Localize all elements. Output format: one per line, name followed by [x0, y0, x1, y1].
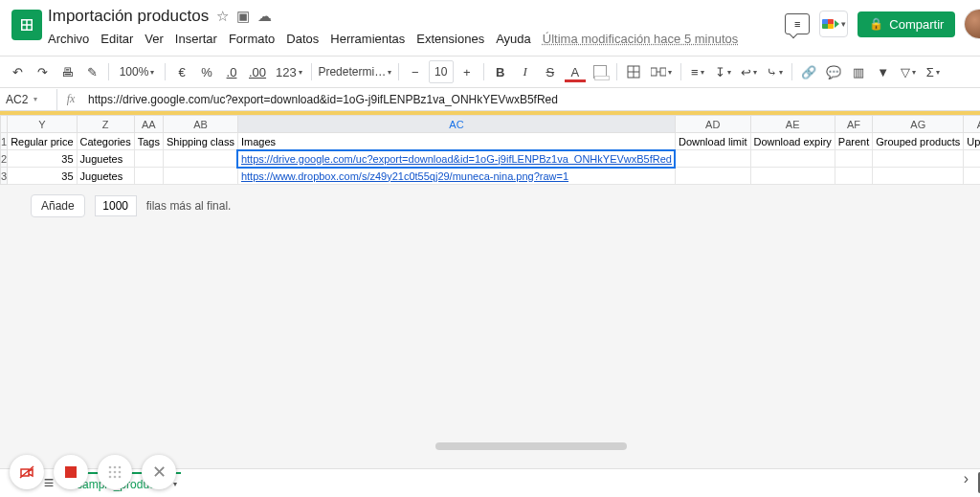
header-cell[interactable]: Regular price: [8, 133, 77, 150]
percent-button[interactable]: %: [195, 60, 218, 83]
share-button[interactable]: 🔒Compartir: [858, 11, 955, 37]
document-title[interactable]: Importación productos: [48, 7, 209, 26]
redo-icon[interactable]: ↷: [31, 60, 54, 83]
header-cell[interactable]: Parent: [835, 133, 872, 150]
cell[interactable]: [964, 168, 980, 185]
strike-button[interactable]: S: [539, 60, 562, 83]
collapse-panel-icon[interactable]: ›: [964, 470, 969, 487]
menu-ayuda[interactable]: Ayuda: [496, 32, 531, 46]
functions-button[interactable]: Σ▾: [922, 60, 945, 83]
col-head-AF[interactable]: AF: [835, 116, 872, 133]
paint-format-icon[interactable]: ✎: [80, 60, 103, 83]
comment-button[interactable]: 💬: [822, 60, 845, 83]
font-select[interactable]: Predetermi…▾: [317, 60, 393, 83]
currency-button[interactable]: €: [170, 60, 193, 83]
cell[interactable]: [964, 150, 980, 168]
undo-icon[interactable]: ↶: [6, 60, 29, 83]
cell[interactable]: [675, 168, 750, 185]
cell[interactable]: [164, 168, 238, 185]
row-head-3[interactable]: 3: [1, 168, 8, 185]
cell[interactable]: [134, 150, 163, 168]
add-rows-button[interactable]: Añade: [31, 194, 85, 217]
bold-button[interactable]: B: [489, 60, 512, 83]
cell[interactable]: [873, 168, 964, 185]
decrease-decimal-button[interactable]: .0: [220, 60, 243, 83]
menu-archivo[interactable]: Archivo: [48, 32, 89, 46]
grid-icon[interactable]: [98, 455, 132, 489]
menu-insertar[interactable]: Insertar: [175, 32, 217, 46]
cell[interactable]: [835, 150, 872, 168]
row-head-2[interactable]: 2: [1, 150, 8, 168]
add-rows-count[interactable]: [95, 195, 137, 216]
menu-editar[interactable]: Editar: [100, 32, 133, 46]
cell[interactable]: 35: [8, 150, 77, 168]
chart-button[interactable]: ▥: [847, 60, 870, 83]
header-cell[interactable]: Download expiry: [750, 133, 835, 150]
sheets-logo[interactable]: [11, 10, 42, 40]
filter-views-button[interactable]: ▽▾: [897, 60, 920, 83]
col-head-AE[interactable]: AE: [750, 116, 835, 133]
col-head-AG[interactable]: AG: [873, 116, 964, 133]
name-box[interactable]: AC2▾: [0, 89, 57, 110]
header-cell[interactable]: Images: [237, 133, 675, 150]
increase-decimal-button[interactable]: .00: [245, 60, 270, 83]
link-button[interactable]: 🔗: [797, 60, 820, 83]
print-icon[interactable]: 🖶: [56, 60, 78, 83]
filter-button[interactable]: ▼: [872, 60, 895, 83]
fill-color-button[interactable]: [589, 60, 612, 83]
cell[interactable]: [134, 168, 163, 185]
cell[interactable]: https://www.dropbox.com/s/z49y21c0t55qj2…: [237, 168, 675, 185]
merge-button[interactable]: ▾: [647, 60, 676, 83]
header-cell[interactable]: Tags: [134, 133, 163, 150]
comments-icon[interactable]: ≡: [785, 13, 810, 34]
wrap-button[interactable]: ↩▾: [737, 60, 761, 83]
cell[interactable]: Juguetes: [77, 150, 134, 168]
italic-button[interactable]: I: [514, 60, 537, 83]
menu-herramientas[interactable]: Herramientas: [330, 32, 405, 46]
font-size-input[interactable]: 10: [429, 60, 454, 83]
menu-ver[interactable]: Ver: [145, 32, 164, 46]
last-modified[interactable]: Última modificación hace 5 minutos: [543, 32, 738, 46]
number-format-button[interactable]: 123▾: [272, 60, 306, 83]
header-cell[interactable]: Download limit: [675, 133, 750, 150]
font-size-dec[interactable]: −: [404, 60, 427, 83]
col-head-AD[interactable]: AD: [675, 116, 750, 133]
spreadsheet-grid[interactable]: YZAAABACADAEAFAGAH1Regular priceCategori…: [0, 111, 980, 468]
cell[interactable]: 35: [8, 168, 77, 185]
halign-button[interactable]: ≡▾: [686, 60, 709, 83]
cell[interactable]: Juguetes: [77, 168, 134, 185]
header-cell[interactable]: Upsells: [964, 133, 980, 150]
cell[interactable]: https://drive.google.com/uc?export=downl…: [237, 150, 675, 168]
star-icon[interactable]: ☆: [216, 8, 229, 25]
menu-formato[interactable]: Formato: [229, 32, 275, 46]
cell[interactable]: [750, 168, 835, 185]
font-size-inc[interactable]: +: [456, 60, 479, 83]
horizontal-scrollbar[interactable]: [23, 441, 980, 451]
cell[interactable]: [675, 150, 750, 168]
col-head-AC[interactable]: AC: [237, 116, 675, 133]
col-head-AA[interactable]: AA: [134, 116, 163, 133]
borders-button[interactable]: [622, 60, 645, 83]
header-cell[interactable]: Categories: [77, 133, 134, 150]
header-cell[interactable]: Shipping class: [164, 133, 238, 150]
stop-record-icon[interactable]: [54, 455, 88, 489]
col-head-Z[interactable]: Z: [77, 116, 134, 133]
formula-input[interactable]: https://drive.google.com/uc?export=downl…: [84, 93, 980, 106]
valign-button[interactable]: ↧▾: [711, 60, 735, 83]
close-icon[interactable]: ✕: [142, 455, 176, 489]
cell[interactable]: [873, 150, 964, 168]
meet-button[interactable]: ▾: [819, 11, 848, 37]
cell[interactable]: [750, 150, 835, 168]
col-head-Y[interactable]: Y: [8, 116, 77, 133]
rotate-button[interactable]: ⤷▾: [763, 60, 787, 83]
cell[interactable]: [164, 150, 238, 168]
account-avatar[interactable]: [965, 10, 980, 38]
move-icon[interactable]: ▣: [236, 8, 250, 25]
cloud-status-icon[interactable]: ☁: [257, 8, 272, 25]
text-color-button[interactable]: A: [564, 60, 587, 83]
camera-off-icon[interactable]: [10, 455, 44, 489]
collapse-toolbar-icon[interactable]: ᨈ: [976, 60, 980, 83]
row-head-1[interactable]: 1: [1, 133, 8, 150]
col-head-AB[interactable]: AB: [164, 116, 238, 133]
cell[interactable]: [835, 168, 872, 185]
